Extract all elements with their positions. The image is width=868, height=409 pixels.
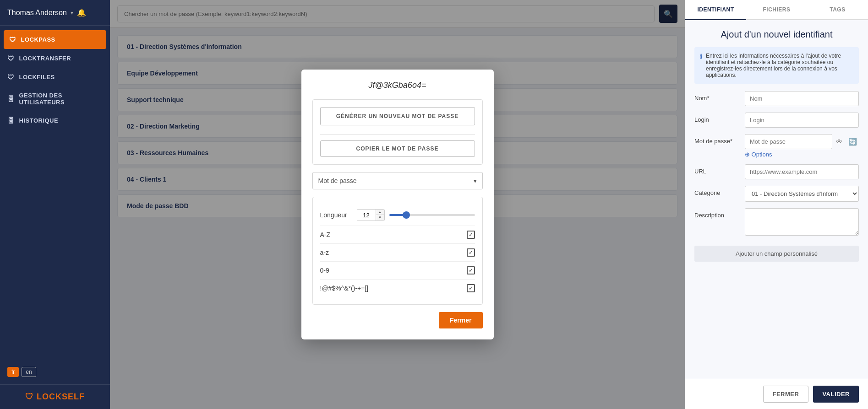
password-refresh-button[interactable]: 🔄 (846, 136, 859, 148)
add-custom-field-button[interactable]: Ajouter un champ personnalisé (694, 246, 859, 262)
special-option-row: !@#$%^&*()-+=[] ✓ (320, 280, 475, 297)
modal-generated-password: Jf@3kGba6o4= (312, 81, 483, 90)
length-spinners: ▲ ▼ (376, 210, 384, 221)
modal-close-button[interactable]: Fermer (439, 312, 482, 328)
length-input[interactable] (357, 210, 376, 221)
right-panel-tabs: IDENTIFIANT FICHIERS TAGS (685, 0, 868, 20)
divider (320, 135, 475, 135)
special-label: !@#$%^&*()-+=[] (320, 285, 369, 292)
sidebar-user[interactable]: Thomas Anderson ▾ 🔔 (0, 0, 110, 26)
motdepasse-field-group: 👁 🔄 ⊕ Options (745, 134, 859, 158)
length-input-group: ▲ ▼ (357, 209, 385, 221)
sidebar-item-lockpass[interactable]: 🛡 LOCKPASS (4, 30, 106, 49)
sidebar-logo: 🛡 LOCKSELF (0, 384, 110, 409)
slider-thumb[interactable] (403, 211, 410, 219)
sidebar-item-label: LOCKFILES (19, 74, 55, 81)
special-checkbox[interactable]: ✓ (467, 284, 475, 292)
modal-footer: Fermer (312, 312, 483, 328)
login-input[interactable] (745, 113, 859, 128)
length-option-row: Longueur ▲ ▼ (320, 204, 475, 226)
az-option-row: A-Z ✓ (320, 226, 475, 244)
info-text: Entrez ici les informations nécessaires … (706, 53, 853, 78)
logo-text: 🛡 LOCKSELF (25, 392, 85, 402)
right-panel-body: Ajout d'un nouvel identifiant ℹ Entrez i… (685, 20, 868, 379)
url-field-row: URL (694, 164, 859, 179)
url-input[interactable] (745, 164, 859, 179)
description-field-row: Description (694, 208, 859, 236)
motdepasse-label: Mot de passe* (694, 134, 740, 145)
user-name: Thomas Anderson (7, 9, 67, 17)
length-increment-button[interactable]: ▲ (376, 210, 384, 215)
az-lower-checkbox[interactable]: ✓ (467, 248, 475, 257)
main-content: 🔍 01 - Direction Systèmes d'Information … (110, 0, 685, 409)
password-type-value: Mot de passe (318, 177, 474, 184)
categorie-label: Catégorie (694, 186, 740, 196)
lang-fr-button[interactable]: fr (7, 367, 19, 377)
sidebar-item-locktransfer[interactable]: 🛡 LOCKTRANSFER (0, 49, 110, 68)
copy-password-button[interactable]: COPIER LE MOT DE PASSE (320, 140, 475, 157)
description-label: Description (694, 208, 740, 219)
slider-track (389, 214, 475, 216)
valider-button[interactable]: VALIDER (813, 386, 859, 403)
password-type-select[interactable]: Mot de passe ▾ (312, 172, 483, 189)
sidebar-item-label: LOCKPASS (21, 36, 55, 43)
motdepasse-input-group: 👁 🔄 (745, 134, 859, 149)
dropdown-arrow-icon: ▾ (474, 178, 477, 184)
modal-options-section: Longueur ▲ ▼ (312, 197, 483, 305)
tab-identifiant[interactable]: IDENTIFIANT (685, 0, 746, 20)
logo-suffix: SELF (62, 392, 85, 401)
motdepasse-field-row: Mot de passe* 👁 🔄 ⊕ Options (694, 134, 859, 158)
description-textarea[interactable] (745, 208, 859, 236)
url-label: URL (694, 164, 740, 175)
tab-fichiers[interactable]: FICHIERS (746, 0, 807, 20)
info-box: ℹ Entrez ici les informations nécessaire… (694, 47, 859, 84)
length-label: Longueur (320, 211, 352, 219)
logo-prefix: 🛡 LOCK (25, 392, 62, 401)
lockpass-icon: 🛡 (9, 36, 16, 43)
fermer-button[interactable]: FERMER (763, 386, 809, 403)
nom-input[interactable] (745, 91, 859, 106)
locktransfer-icon: 🛡 (7, 54, 15, 62)
az-checkbox[interactable]: ✓ (467, 231, 475, 239)
sidebar-item-label: HISTORIQUE (19, 117, 59, 124)
sidebar-item-historique[interactable]: 🗄 HISTORIQUE (0, 111, 110, 130)
right-panel-footer: FERMER VALIDER (685, 379, 868, 409)
nom-label: Nom* (694, 91, 740, 102)
info-icon: ℹ (700, 53, 702, 78)
historique-icon: 🗄 (7, 117, 15, 124)
motdepasse-input[interactable] (745, 134, 832, 149)
sidebar-item-label: LOCKTRANSFER (19, 55, 71, 62)
categorie-field-row: Catégorie 01 - Direction Systèmes d'Info… (694, 186, 859, 202)
right-panel: IDENTIFIANT FICHIERS TAGS Ajout d'un nou… (685, 0, 868, 409)
nom-field-row: Nom* (694, 91, 859, 106)
modal-actions-section: GÉNÉRER UN NOUVEAU MOT DE PASSE COPIER L… (312, 99, 483, 165)
numeric-checkbox[interactable]: ✓ (467, 266, 475, 274)
chevron-down-icon: ▾ (71, 10, 73, 16)
categorie-select[interactable]: 01 - Direction Systèmes d'Inform (745, 186, 859, 202)
sidebar-item-label: GESTION DES UTILISATEURS (19, 92, 103, 106)
tab-tags[interactable]: TAGS (807, 0, 868, 20)
az-lower-label: a-z (320, 249, 329, 256)
password-generator-modal: Jf@3kGba6o4= GÉNÉRER UN NOUVEAU MOT DE P… (301, 70, 494, 339)
language-switcher: fr en (0, 360, 110, 384)
length-slider[interactable] (389, 210, 475, 220)
generate-password-button[interactable]: GÉNÉRER UN NOUVEAU MOT DE PASSE (320, 107, 475, 125)
password-visibility-toggle[interactable]: 👁 (834, 136, 845, 147)
lockfiles-icon: 🛡 (7, 73, 15, 81)
numeric-option-row: 0-9 ✓ (320, 262, 475, 280)
az-label: A-Z (320, 231, 331, 238)
length-decrement-button[interactable]: ▼ (376, 215, 384, 221)
sidebar: Thomas Anderson ▾ 🔔 🛡 LOCKPASS 🛡 LOCKTRA… (0, 0, 110, 409)
sidebar-navigation: 🛡 LOCKPASS 🛡 LOCKTRANSFER 🛡 LOCKFILES 🗄 … (0, 26, 110, 360)
login-label: Login (694, 113, 740, 123)
login-field-row: Login (694, 113, 859, 128)
sidebar-item-gestion[interactable]: 🗄 GESTION DES UTILISATEURS (0, 86, 110, 111)
numeric-label: 0-9 (320, 267, 329, 274)
az-lower-option-row: a-z ✓ (320, 244, 475, 262)
options-link[interactable]: ⊕ Options (745, 151, 859, 158)
sidebar-item-lockfiles[interactable]: 🛡 LOCKFILES (0, 68, 110, 86)
page-title: Ajout d'un nouvel identifiant (694, 29, 859, 40)
bell-icon[interactable]: 🔔 (77, 8, 86, 17)
modal-type-dropdown: Mot de passe ▾ (312, 172, 483, 189)
lang-en-button[interactable]: en (22, 367, 36, 377)
